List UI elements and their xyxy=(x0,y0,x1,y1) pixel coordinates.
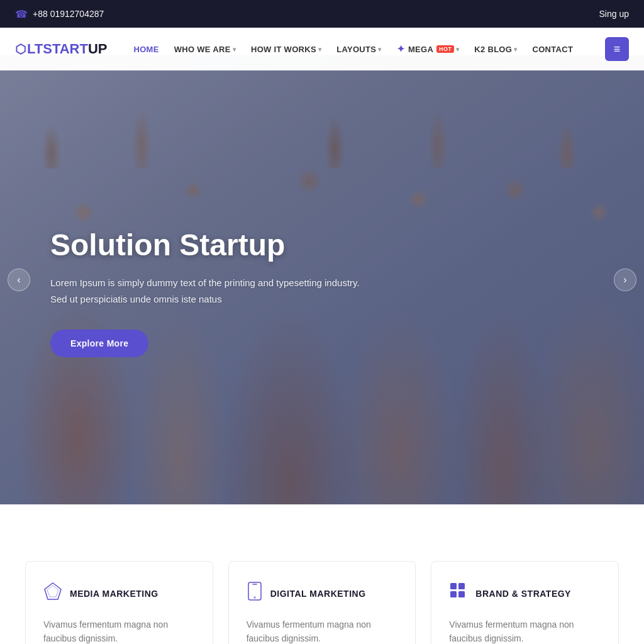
top-bar: ☎ +88 01912704287 Sing up xyxy=(0,0,644,28)
nav-item-who-we-are[interactable]: WHO WE ARE ▾ xyxy=(168,40,242,59)
logo-up: UP xyxy=(88,41,108,57)
slider-prev-button[interactable]: ‹ xyxy=(8,269,30,291)
logo[interactable]: ⬡ LT START UP xyxy=(15,41,108,57)
cards-grid: MEDIA MARKETING Vivamus fermentum magna … xyxy=(25,561,619,644)
slider-next-button[interactable]: › xyxy=(614,269,636,291)
nav-item-layouts[interactable]: LAYOUTS ▾ xyxy=(330,40,387,59)
card-desc-media: Vivamus fermentum magna non faucibus dig… xyxy=(43,618,195,644)
nav-item-k2blog[interactable]: K2 BLOG ▾ xyxy=(468,40,523,59)
navbar: ⬡ LT START UP HOME WHO WE ARE ▾ HOW IT W… xyxy=(0,28,644,70)
svg-point-3 xyxy=(253,596,256,599)
explore-more-button[interactable]: Explore More xyxy=(50,330,148,357)
arrow-left-icon: ‹ xyxy=(17,274,20,286)
chevron-down-icon: ▾ xyxy=(318,46,321,53)
hamburger-icon: ≡ xyxy=(614,43,621,56)
svg-rect-8 xyxy=(458,591,465,597)
card-header: DIGITAL MARKETING xyxy=(247,582,398,605)
hamburger-menu-button[interactable]: ≡ xyxy=(605,37,629,61)
card-desc-brand: Vivamus fermentum magna non faucibus dig… xyxy=(449,618,601,644)
chevron-down-icon: ▾ xyxy=(514,46,517,53)
card-header: MEDIA MARKETING xyxy=(43,582,195,605)
chevron-down-icon: ▾ xyxy=(233,46,236,53)
diamond-icon xyxy=(43,582,62,605)
hero-title: Solution Startup xyxy=(50,228,360,262)
card-title-brand: BRAND & STRATEGY xyxy=(475,589,571,599)
signup-link[interactable]: Sing up xyxy=(599,9,629,19)
logo-start: START xyxy=(43,41,88,57)
card-title-media: MEDIA MARKETING xyxy=(70,589,158,599)
svg-rect-5 xyxy=(450,583,457,589)
grid-icon xyxy=(449,582,468,605)
hero-content: Solution Startup Lorem Ipsum is simply d… xyxy=(50,228,360,357)
card-desc-digital: Vivamus fermentum magna non faucibus dig… xyxy=(247,618,398,644)
chevron-down-icon: ▾ xyxy=(378,46,381,53)
svg-marker-1 xyxy=(47,586,58,597)
card-title-digital: DIGITAL MARKETING xyxy=(270,589,366,599)
svg-rect-7 xyxy=(450,591,457,597)
phone-info: ☎ +88 01912704287 xyxy=(15,8,104,20)
phone-number: +88 01912704287 xyxy=(33,9,104,19)
nav-links: HOME WHO WE ARE ▾ HOW IT WORKS ▾ LAYOUTS… xyxy=(128,38,600,60)
logo-lt: LT xyxy=(27,41,43,57)
hot-badge: HOT xyxy=(436,45,454,53)
svg-rect-6 xyxy=(458,583,465,589)
mega-icon: ✦ xyxy=(397,43,405,55)
nav-item-how-it-works[interactable]: HOW IT WORKS ▾ xyxy=(245,40,328,59)
card-brand-strategy: BRAND & STRATEGY Vivamus fermentum magna… xyxy=(431,561,619,644)
cards-section: MEDIA MARKETING Vivamus fermentum magna … xyxy=(0,523,644,644)
phone-icon: ☎ xyxy=(15,8,28,20)
hero-description: Lorem Ipsum is simply dummy text of the … xyxy=(50,275,360,307)
card-media-marketing: MEDIA MARKETING Vivamus fermentum magna … xyxy=(25,561,213,644)
phone-icon xyxy=(247,582,263,605)
logo-icon: ⬡ xyxy=(15,42,26,57)
hero-section: ‹ Solution Startup Lorem Ipsum is simply… xyxy=(0,55,644,504)
card-header: BRAND & STRATEGY xyxy=(449,582,601,605)
nav-item-contact[interactable]: CONTACT xyxy=(526,40,580,59)
nav-item-mega[interactable]: ✦ MEGA HOT ▾ xyxy=(391,38,466,60)
card-digital-marketing: DIGITAL MARKETING Vivamus fermentum magn… xyxy=(228,561,416,644)
nav-item-home[interactable]: HOME xyxy=(128,40,165,59)
chevron-down-icon: ▾ xyxy=(456,46,459,53)
arrow-right-icon: › xyxy=(623,274,626,286)
